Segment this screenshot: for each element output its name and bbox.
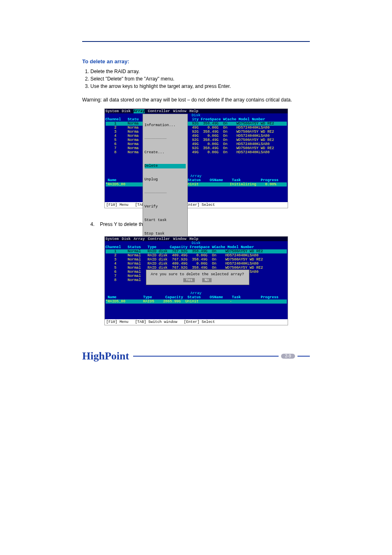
menu-system[interactable]: System: [106, 109, 119, 113]
menu-disk[interactable]: Disk: [122, 109, 131, 113]
popup-item-information[interactable]: Information...: [145, 123, 186, 128]
popup-item-delete[interactable]: Delete: [145, 164, 186, 168]
popup-separator: ──────────: [145, 137, 186, 141]
page-footer: HighPoint 2-9: [82, 350, 310, 362]
array-panel-title: Array: [106, 291, 287, 295]
disk-header-row: Channel Statu ity FreeSpace WCache Model…: [106, 117, 287, 122]
array-header-row: Name Type Capacity Status OSName Task Pr…: [106, 295, 287, 299]
array-panel-title: Array: [106, 174, 287, 178]
menu-help[interactable]: Help: [189, 109, 198, 113]
disk-row[interactable]: 2 Normal RAID disk 409.49G 0.06G On HDS7…: [106, 253, 287, 258]
menu-window[interactable]: Window: [173, 237, 186, 241]
menu-array[interactable]: Array: [134, 109, 145, 113]
disk-row[interactable]: 6 Norma 49G 0.06G On HDS724040KLSA80: [106, 142, 287, 146]
bios-screenshot-delete-menu: System Disk Array Controller Window Help…: [104, 108, 288, 208]
confirm-dialog-text: Are you sure to delete the selected arra…: [150, 272, 245, 276]
step-3: Use the arrow keys to highlight the targ…: [90, 83, 310, 90]
menu-system[interactable]: System: [106, 237, 119, 241]
disk-header-row: Channel Status Type Capacity FreeSpace W…: [106, 245, 287, 249]
delete-warning: Warning: all data stored on the array wi…: [82, 96, 310, 104]
popup-item-verify[interactable]: Verify: [145, 205, 186, 209]
array-row[interactable]: *RAID5_00 RAID5 2865.99G Uninit -: [106, 299, 287, 304]
highpoint-logo: HighPoint: [82, 350, 129, 362]
header-divider: [82, 41, 310, 42]
popup-item-start-task[interactable]: Start task: [145, 218, 186, 223]
confirm-yes-button[interactable]: Yes: [183, 278, 195, 282]
status-bar: [F10] Menu [TAB] Switch window [Enter] S…: [105, 202, 288, 208]
confirm-no-button[interactable]: No: [202, 278, 212, 282]
disk-panel-title: Disk: [106, 113, 287, 117]
popup-item-unplug[interactable]: Unplug: [145, 177, 186, 182]
bios-screenshot-confirm-delete: System Disk Array Controller Window Help…: [104, 236, 288, 325]
page-number: 2-9: [281, 354, 295, 359]
step-1: Delete the RAID array.: [90, 68, 310, 75]
disk-panel: Disk Channel Statu ity FreeSpace WCache …: [105, 113, 288, 202]
popup-item-stop-task[interactable]: Stop task: [145, 232, 186, 236]
step-2: Select "Delete" from the "Array" menu.: [90, 75, 310, 83]
disk-row[interactable]: 7 Norma 92G 358.49G On WD7500AYSY WD RE2: [106, 146, 287, 150]
footer-line-tail: [297, 356, 310, 357]
status-bar: [F10] Menu [TAB] Switch window [Enter] S…: [105, 319, 288, 325]
menu-help[interactable]: Help: [189, 237, 198, 241]
array-row[interactable]: *RAID5_00 RAID5 2865.99G Uninit Initiali…: [106, 182, 287, 187]
disk-row[interactable]: 5 Norma 92G 358.49G On WD7500AYSY WD RE2: [106, 138, 287, 142]
delete-array-heading: To delete an array:: [82, 58, 310, 64]
menu-controller[interactable]: Controller: [148, 237, 170, 241]
disk-row[interactable]: 1 Normal RAID disk 767.92G 358.49G On WD…: [106, 249, 287, 253]
array-header-row: Name Type Capacity Status OSName Task Pr…: [106, 178, 287, 182]
disk-panel-title: Disk: [106, 241, 287, 245]
disk-row[interactable]: 1 Norma 92G 358.49G On WD7500AYSY WD RE2: [106, 122, 287, 126]
disk-panel: Disk Channel Status Type Capacity FreeSp…: [105, 241, 288, 319]
delete-steps-list: Delete the RAID array. Select "Delete" f…: [82, 68, 310, 90]
disk-row[interactable]: 4 Norma 49G 0.06G On HDS724040KLSA80: [106, 134, 287, 138]
disk-row[interactable]: 2 Norma 49G 0.06G On HDS724040KLSA80: [106, 126, 287, 130]
disk-row[interactable]: 8 Norma 49G 0.06G On HDS724040KLSA80: [106, 150, 287, 154]
menu-controller[interactable]: Controller: [148, 109, 170, 113]
step-number: 4.: [90, 221, 99, 228]
disk-row[interactable]: 4 Normal RAID disk 409.49G 0.06G On HDS7…: [106, 262, 287, 266]
footer-line: [133, 356, 279, 357]
menu-disk[interactable]: Disk: [122, 237, 131, 241]
menu-window[interactable]: Window: [173, 109, 186, 113]
disk-row[interactable]: 3 Norma 92G 358.49G On WD7500AYSY WD RE2: [106, 130, 287, 134]
popup-item-create[interactable]: Create...: [145, 150, 186, 155]
confirm-dialog: Are you sure to delete the selected arra…: [146, 269, 249, 285]
popup-separator: ──────────: [145, 191, 186, 196]
menu-array[interactable]: Array: [134, 237, 145, 241]
disk-row[interactable]: 3 Normal RAID disk 767.92G 358.49G On WD…: [106, 258, 287, 262]
